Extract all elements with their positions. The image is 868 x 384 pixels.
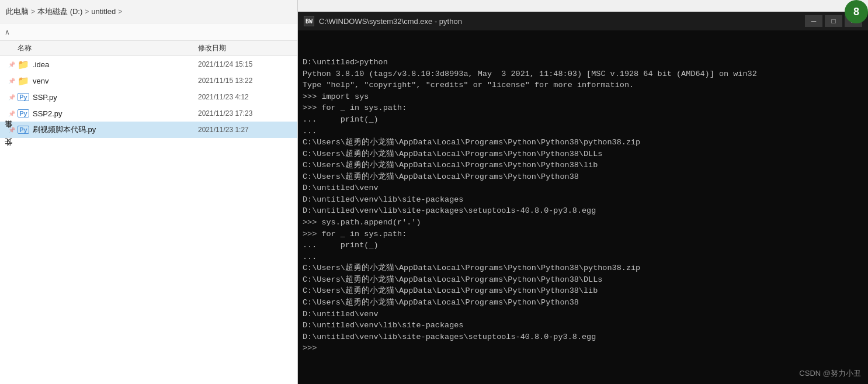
cmd-line: D:\untitled>python xyxy=(303,57,863,68)
explorer-header: 此电脑 > 本地磁盘 (D:) > untitled > xyxy=(0,0,297,23)
cmd-line: C:\Users\超勇的小龙猫\AppData\Local\Programs\P… xyxy=(303,285,863,297)
file-name: 刷视频脚本代码.py xyxy=(33,124,198,135)
cmd-line: D:\untitled\venv\lib\site-packages xyxy=(303,320,863,331)
cmd-line: C:\Users\超勇的小龙猫\AppData\Local\Programs\P… xyxy=(303,137,863,148)
breadcrumb: 此电脑 > 本地磁盘 (D:) > untitled > xyxy=(6,6,122,17)
file-date: 2021/11/23 17:23 xyxy=(198,109,291,117)
cmd-line: >>> xyxy=(303,343,863,354)
cmd-line: D:\untitled\venv\lib\site-packages\setup… xyxy=(303,331,863,343)
cmd-minimize-button[interactable]: ─ xyxy=(805,15,822,27)
cmd-line: C:\Users\超勇的小龙猫\AppData\Local\Programs\P… xyxy=(303,148,863,160)
pin-icon: 📌 xyxy=(6,78,18,84)
folder-icon: 📁 xyxy=(18,75,29,87)
pin-col-header xyxy=(6,43,18,53)
cmd-line: Type "help", "copyright", "credits" or "… xyxy=(303,79,863,91)
pin-icon: 📌 xyxy=(6,94,18,101)
breadcrumb-item-2[interactable]: untitled xyxy=(91,7,116,16)
file-name: SSP.py xyxy=(33,93,198,102)
file-name: venv xyxy=(33,77,198,85)
cmd-icon: BW xyxy=(304,16,314,26)
pin-icon: 📌 xyxy=(6,61,18,68)
cmd-line: ... xyxy=(303,251,863,263)
breadcrumb-item-1[interactable]: 本地磁盘 (D:) xyxy=(37,6,82,17)
file-explorer: 此电脑 > 本地磁盘 (D:) > untitled > ∧ 名称 修改日期 📌… xyxy=(0,0,298,384)
cmd-line: ... print(_) xyxy=(303,114,863,126)
explorer-toolbar: ∧ xyxy=(0,23,297,41)
py-file-icon: Py xyxy=(18,124,29,136)
cmd-line: C:\Users\超勇的小龙猫\AppData\Local\Programs\P… xyxy=(303,160,863,171)
py-file-icon: Py xyxy=(18,108,29,119)
breadcrumb-sep-0: > xyxy=(31,8,35,16)
file-date: 2021/11/15 13:22 xyxy=(198,77,291,85)
py-file-icon: Py xyxy=(18,91,29,103)
file-item[interactable]: 📌PySSP2.py2021/11/23 17:23 xyxy=(0,105,297,122)
file-item[interactable]: 📌📁.idea2021/11/24 15:15 xyxy=(0,56,297,72)
breadcrumb-sep-2: > xyxy=(118,8,122,16)
file-item[interactable]: 📌📁venv2021/11/15 13:22 xyxy=(0,72,297,89)
file-list: 📌📁.idea2021/11/24 15:15📌📁venv2021/11/15 … xyxy=(0,56,297,384)
cmd-line: ... print(_) xyxy=(303,240,863,251)
watermark: CSDN @努力小丑 xyxy=(799,368,861,379)
cmd-line: C:\Users\超勇的小龙猫\AppData\Local\Programs\P… xyxy=(303,274,863,286)
sidebar-labels: 合集 文件 xyxy=(0,134,13,152)
cmd-line: C:\Users\超勇的小龙猫\AppData\Local\Programs\P… xyxy=(303,262,863,274)
col-name-header[interactable]: 名称 xyxy=(18,43,198,53)
cmd-line: >>> import sys xyxy=(303,91,863,103)
cmd-line: Python 3.8.10 (tags/v3.8.10:3d8993a, May… xyxy=(303,68,863,80)
cmd-body[interactable]: D:\untitled>pythonPython 3.8.10 (tags/v3… xyxy=(298,30,868,384)
pin-icon: 📌 xyxy=(6,110,18,117)
file-item[interactable]: 📌PySSP.py2021/11/23 4:12 xyxy=(0,89,297,105)
column-header: 名称 修改日期 xyxy=(0,41,297,56)
file-name: SSP2.py xyxy=(33,109,198,118)
sort-arrow[interactable]: ∧ xyxy=(5,28,10,36)
circle-badge: 8 xyxy=(845,0,868,23)
file-item[interactable]: 📌Py刷视频脚本代码.py2021/11/23 1:27 xyxy=(0,122,297,138)
cmd-line: ... xyxy=(303,126,863,137)
cmd-titlebar: BW C:\WINDOWS\system32\cmd.exe - python … xyxy=(298,12,868,30)
breadcrumb-sep-1: > xyxy=(85,8,89,16)
cmd-line: D:\untitled\venv xyxy=(303,309,863,320)
folder-icon: 📁 xyxy=(18,58,29,70)
cmd-window: BW C:\WINDOWS\system32\cmd.exe - python … xyxy=(298,12,868,384)
cmd-maximize-button[interactable]: □ xyxy=(825,15,842,27)
cmd-line: >>> sys.path.append(r'.') xyxy=(303,217,863,229)
cmd-line: C:\Users\超勇的小龙猫\AppData\Local\Programs\P… xyxy=(303,171,863,183)
breadcrumb-item-0[interactable]: 此电脑 xyxy=(6,6,29,17)
col-date-header[interactable]: 修改日期 xyxy=(198,43,291,53)
cmd-title: C:\WINDOWS\system32\cmd.exe - python xyxy=(319,17,805,26)
file-name: .idea xyxy=(33,60,198,69)
cmd-line: D:\untitled\venv\lib\site-packages\setup… xyxy=(303,205,863,217)
file-date: 2021/11/24 15:15 xyxy=(198,60,291,68)
cmd-line: D:\untitled\venv xyxy=(303,182,863,194)
cmd-line: >>> for _ in sys.path: xyxy=(303,102,863,114)
cmd-line: >>> for _ in sys.path: xyxy=(303,229,863,240)
pin-icon: 📌 xyxy=(6,127,18,133)
file-date: 2021/11/23 4:12 xyxy=(198,93,291,101)
file-date: 2021/11/23 1:27 xyxy=(198,126,291,134)
cmd-line: C:\Users\超勇的小龙猫\AppData\Local\Programs\P… xyxy=(303,297,863,309)
cmd-line: D:\untitled\venv\lib\site-packages xyxy=(303,194,863,206)
